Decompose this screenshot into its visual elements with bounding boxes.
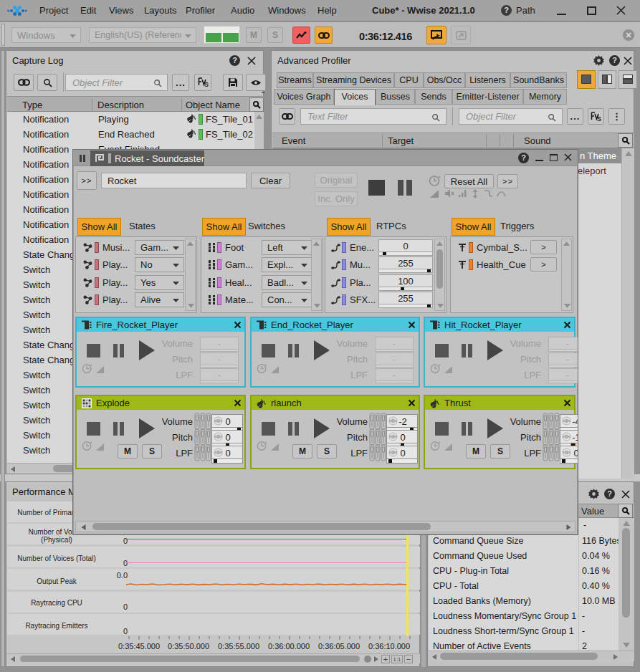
svg-text:S: S [204,81,209,87]
svg-text:S: S [597,115,601,122]
